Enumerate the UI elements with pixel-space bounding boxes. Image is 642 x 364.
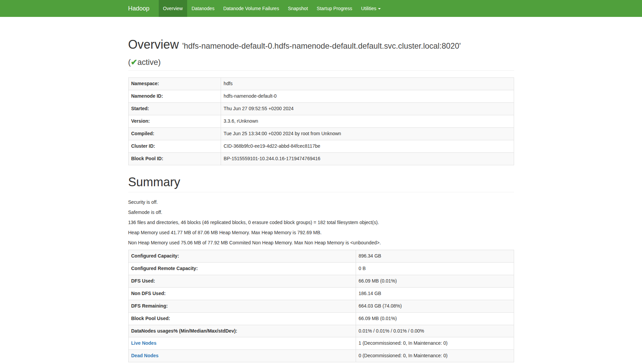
row-value: 896.34 GB — [356, 250, 514, 262]
summary-table: Configured Capacity: 896.34 GB Configure… — [128, 250, 514, 363]
row-label: Namenode ID: — [128, 90, 221, 103]
row-value: 1 (Decommissioned: 0, In Maintenance: 0) — [356, 337, 514, 350]
table-row: Block Pool Used: 66.09 MB (0.01%) — [128, 312, 514, 325]
nav-snapshot-link[interactable]: Snapshot — [284, 0, 312, 17]
security-status-text: Security is off. — [128, 199, 514, 206]
namenode-info-table: Namespace: hdfs Namenode ID: hdfs-nameno… — [128, 77, 514, 165]
navbar-menu: Overview Datanodes Datanode Volume Failu… — [159, 0, 385, 17]
table-row: DFS Remaining: 664.03 GB (74.08%) — [128, 300, 514, 312]
table-row: DataNodes usages% (Min/Median/Max/stdDev… — [128, 325, 514, 337]
row-label: Namespace: — [128, 78, 221, 90]
row-value: Tue Jun 25 13:34:00 +0200 2024 by root f… — [221, 128, 514, 140]
namenode-status: (✔active) — [128, 51, 514, 68]
page-title-text: Overview — [128, 38, 179, 51]
row-value: 3.3.6, rUnknown — [221, 115, 514, 128]
row-label: DFS Remaining: — [128, 300, 356, 312]
main-content: Overview 'hdfs-namenode-default-0.hdfs-n… — [123, 17, 519, 362]
row-value: CID-368b9fc0-ee19-4d22-abbd-84fcec8117be — [221, 140, 514, 153]
row-value: BP-1515559101-10.244.0.16-1719474769416 — [221, 153, 514, 165]
row-label: Compiled: — [128, 128, 221, 140]
row-value: 66.09 MB (0.01%) — [356, 275, 514, 287]
table-row: Dead Nodes 0 (Decommissioned: 0, In Main… — [128, 350, 514, 362]
nav-datanode-volume-failures[interactable]: Datanode Volume Failures — [219, 0, 284, 17]
row-label: DataNodes usages% (Min/Median/Max/stdDev… — [128, 325, 356, 337]
table-row: Live Nodes 1 (Decommissioned: 0, In Main… — [128, 337, 514, 350]
page-title: Overview 'hdfs-namenode-default-0.hdfs-n… — [128, 38, 514, 67]
live-nodes-link[interactable]: Live Nodes — [131, 340, 157, 346]
row-value: 664.03 GB (74.08%) — [356, 300, 514, 312]
status-label: active) — [137, 58, 161, 67]
summary-title: Summary — [128, 175, 514, 189]
nav-startup-progress[interactable]: Startup Progress — [312, 0, 357, 17]
nav-utilities[interactable]: Utilities — [357, 0, 385, 17]
active-check-icon: ✔ — [131, 58, 137, 67]
row-label: Block Pool Used: — [128, 312, 356, 325]
row-label: Started: — [128, 103, 221, 115]
row-label: Cluster ID: — [128, 140, 221, 153]
table-row: Configured Remote Capacity: 0 B — [128, 262, 514, 275]
table-row: Block Pool ID: BP-1515559101-10.244.0.16… — [128, 153, 514, 165]
heap-memory-text: Heap Memory used 41.77 MB of 87.06 MB He… — [128, 229, 514, 236]
row-value: hdfs — [221, 78, 514, 90]
nav-datanodes-link[interactable]: Datanodes — [187, 0, 219, 17]
row-value: 0 (Decommissioned: 0, In Maintenance: 0) — [356, 350, 514, 362]
caret-down-icon — [378, 8, 381, 9]
table-row: Configured Capacity: 896.34 GB — [128, 250, 514, 262]
nav-overview-link[interactable]: Overview — [159, 0, 187, 17]
row-label: Live Nodes — [128, 337, 356, 350]
row-label: DFS Used: — [128, 275, 356, 287]
row-value: 0 B — [356, 262, 514, 275]
row-label: Version: — [128, 115, 221, 128]
safemode-status-text: Safemode is off. — [128, 209, 514, 216]
nav-datanodes[interactable]: Datanodes — [187, 0, 219, 17]
nav-utilities-label: Utilities — [361, 6, 376, 11]
row-value: 186.14 GB — [356, 287, 514, 300]
row-label: Configured Capacity: — [128, 250, 356, 262]
overview-header: Overview 'hdfs-namenode-default-0.hdfs-n… — [128, 38, 514, 71]
table-row: Namespace: hdfs — [128, 78, 514, 90]
row-label: Non DFS Used: — [128, 287, 356, 300]
top-navbar: Hadoop Overview Datanodes Datanode Volum… — [0, 0, 642, 17]
summary-header: Summary — [128, 175, 514, 192]
row-label: Block Pool ID: — [128, 153, 221, 165]
table-row: Compiled: Tue Jun 25 13:34:00 +0200 2024… — [128, 128, 514, 140]
nav-snapshot[interactable]: Snapshot — [284, 0, 312, 17]
table-row: Namenode ID: hdfs-namenode-default-0 — [128, 90, 514, 103]
filesystem-objects-text: 136 files and directories, 46 blocks (46… — [128, 219, 514, 226]
dead-nodes-link[interactable]: Dead Nodes — [131, 353, 159, 358]
table-row: Started: Thu Jun 27 09:52:55 +0200 2024 — [128, 103, 514, 115]
table-row: Non DFS Used: 186.14 GB — [128, 287, 514, 300]
nav-utilities-dropdown[interactable]: Utilities — [357, 0, 385, 17]
brand-hadoop[interactable]: Hadoop — [128, 0, 155, 17]
non-heap-memory-text: Non Heap Memory used 75.06 MB of 77.92 M… — [128, 240, 514, 246]
namenode-address: 'hdfs-namenode-default-0.hdfs-namenode-d… — [182, 42, 461, 50]
row-value: 0.01% / 0.01% / 0.01% / 0.00% — [356, 325, 514, 337]
nav-datanode-volume-failures-link[interactable]: Datanode Volume Failures — [219, 0, 284, 17]
table-row: DFS Used: 66.09 MB (0.01%) — [128, 275, 514, 287]
nav-startup-progress-link[interactable]: Startup Progress — [312, 0, 357, 17]
row-value: Thu Jun 27 09:52:55 +0200 2024 — [221, 103, 514, 115]
nav-overview[interactable]: Overview — [159, 0, 187, 17]
row-label: Configured Remote Capacity: — [128, 262, 356, 275]
row-label: Dead Nodes — [128, 350, 356, 362]
row-value: hdfs-namenode-default-0 — [221, 90, 514, 103]
table-row: Version: 3.3.6, rUnknown — [128, 115, 514, 128]
table-row: Cluster ID: CID-368b9fc0-ee19-4d22-abbd-… — [128, 140, 514, 153]
row-value: 66.09 MB (0.01%) — [356, 312, 514, 325]
